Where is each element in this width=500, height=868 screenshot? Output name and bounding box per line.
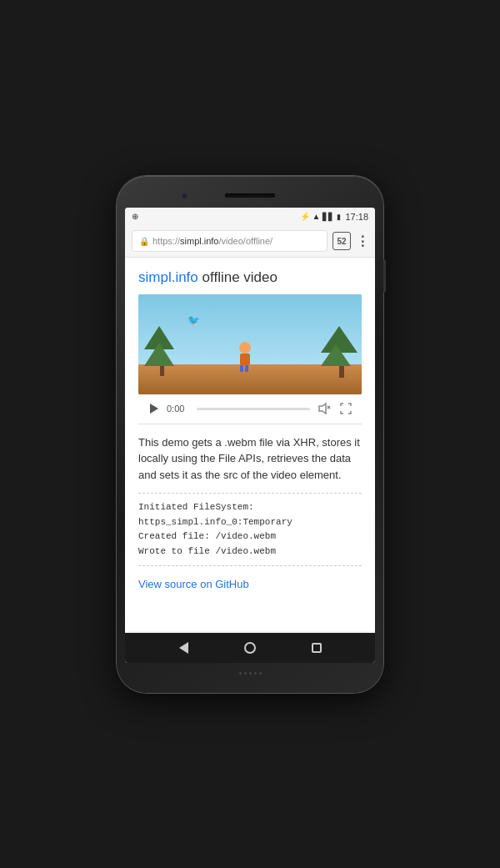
speaker-dot-4 xyxy=(254,672,257,675)
home-icon xyxy=(244,642,256,654)
home-button[interactable] xyxy=(238,635,262,660)
speaker-dot-5 xyxy=(259,672,262,675)
chrome-toolbar: 🔒 https://simpl.info/video/offline/ 52 ⋮ xyxy=(125,226,375,258)
page-title: simpl.info offline video xyxy=(138,269,362,286)
console-line-2: https_simpl.info_0:Temporary xyxy=(138,515,362,530)
url-path: /video/offline/ xyxy=(219,236,273,246)
wifi-icon: ▲ xyxy=(312,212,321,221)
screen: ⊕ ⚡ ▲ ▋▋ ▮ 17:18 🔒 https://simpl.info/vi… xyxy=(125,208,375,663)
android-nav-bar xyxy=(125,633,375,663)
chrome-menu-button[interactable]: ⋮ xyxy=(356,233,368,249)
tree-right xyxy=(326,326,358,378)
divider-top xyxy=(138,493,362,494)
clock: 17:18 xyxy=(345,212,368,222)
video-scene: 🐦 xyxy=(138,294,362,394)
console-line-4: Wrote to file /video.webm xyxy=(138,544,362,559)
recents-button[interactable] xyxy=(304,635,329,660)
status-right: ⚡ ▲ ▋▋ ▮ 17:18 xyxy=(300,212,368,222)
video-player[interactable]: 🐦 xyxy=(138,294,362,394)
fullscreen-icon xyxy=(340,403,352,414)
front-camera xyxy=(182,193,188,198)
battery-icon: ▮ xyxy=(337,213,341,221)
speaker-dot-3 xyxy=(249,672,252,675)
character xyxy=(239,342,251,372)
status-left: ⊕ xyxy=(132,212,138,221)
svg-marker-0 xyxy=(319,404,326,414)
phone-top-bar xyxy=(125,188,375,204)
play-button[interactable] xyxy=(147,402,160,415)
github-link[interactable]: View source on GitHub xyxy=(138,578,249,590)
back-button[interactable] xyxy=(171,635,196,660)
console-line-3: Created file: /video.webm xyxy=(138,529,362,544)
tab-count[interactable]: 52 xyxy=(332,232,351,250)
url-domain: simpl.info xyxy=(180,236,218,246)
earpiece-speaker xyxy=(225,193,275,198)
bird-element: 🐦 xyxy=(188,314,200,326)
tree-trunk-right xyxy=(339,366,344,378)
video-time: 0:00 xyxy=(167,404,190,414)
recents-icon xyxy=(312,643,322,653)
char-body xyxy=(240,354,250,365)
divider-bottom xyxy=(138,565,362,566)
url-protocol: https:// xyxy=(152,236,180,246)
leg-right xyxy=(245,365,248,372)
mute-button[interactable] xyxy=(317,401,332,416)
status-bar: ⊕ ⚡ ▲ ▋▋ ▮ 17:18 xyxy=(125,208,375,226)
phone-device: ⊕ ⚡ ▲ ▋▋ ▮ 17:18 🔒 https://simpl.info/vi… xyxy=(117,176,383,693)
speaker-dot-1 xyxy=(239,672,242,675)
console-output: Initiated FileSystem: https_simpl.info_0… xyxy=(138,500,362,559)
progress-bar[interactable] xyxy=(197,408,310,410)
power-button xyxy=(383,259,386,293)
fullscreen-button[interactable] xyxy=(338,401,353,416)
title-rest: offline video xyxy=(198,269,278,285)
tree-trunk xyxy=(160,366,164,376)
web-content: simpl.info offline video 🐦 xyxy=(125,258,375,631)
tree-top-right-2 xyxy=(321,344,351,366)
video-controls: 0:00 xyxy=(138,394,362,424)
leg-left xyxy=(240,365,243,372)
char-legs xyxy=(240,365,250,372)
char-head xyxy=(239,342,251,354)
tree-left xyxy=(149,326,174,376)
bluetooth-icon: ⚡ xyxy=(300,212,310,221)
speaker-dot-2 xyxy=(244,672,247,675)
bottom-speaker xyxy=(239,672,262,675)
url-display: https://simpl.info/video/offline/ xyxy=(152,236,320,246)
tree-top-2 xyxy=(144,343,174,366)
address-bar[interactable]: 🔒 https://simpl.info/video/offline/ xyxy=(132,230,328,252)
console-line-1: Initiated FileSystem: xyxy=(138,500,362,515)
signal-icon: ▋▋ xyxy=(322,213,334,221)
brand-name: simpl.info xyxy=(138,269,198,285)
android-status-icon: ⊕ xyxy=(132,212,138,221)
lock-icon: 🔒 xyxy=(139,237,149,246)
back-icon xyxy=(179,642,188,654)
mute-icon xyxy=(318,402,331,415)
phone-bottom xyxy=(125,666,375,681)
page-description: This demo gets a .webm file via XHR, sto… xyxy=(138,434,362,484)
play-icon xyxy=(150,404,158,414)
